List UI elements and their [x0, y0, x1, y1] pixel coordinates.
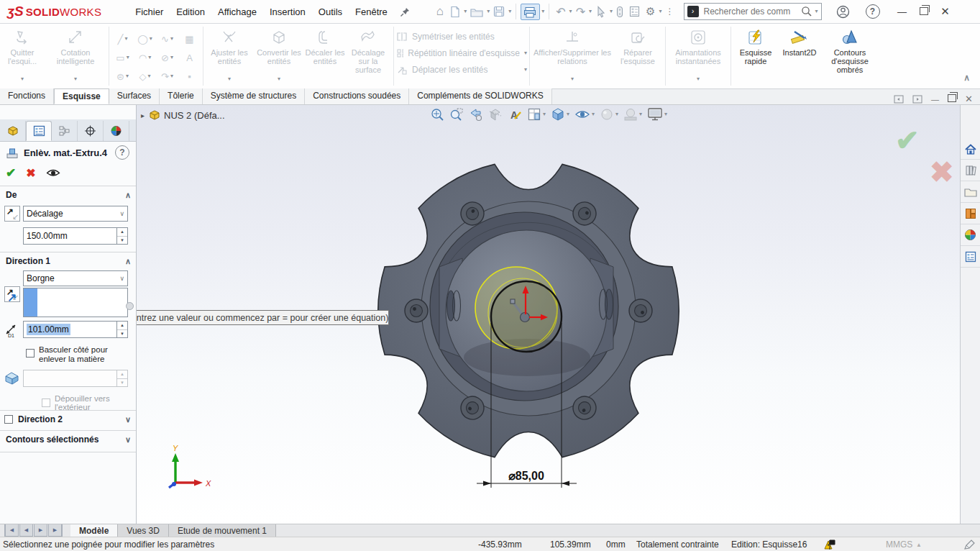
units-caret-icon[interactable]: ▲ [916, 542, 922, 548]
configurationmanager-tab[interactable] [52, 121, 78, 141]
depth-spinner[interactable]: 101.00mm ▲▼ [23, 321, 128, 338]
linear-pattern-item[interactable]: Répétition linéaire d'esquisse ▾ [396, 47, 527, 60]
tab-constructions-soudees[interactable]: Constructions soudées [305, 88, 409, 104]
redo-icon[interactable]: ↷ [574, 4, 587, 20]
new-document-caret-icon[interactable]: ▾ [464, 9, 467, 14]
quit-sketch-caret-icon[interactable]: ▾ [21, 76, 24, 82]
search-icon[interactable] [801, 6, 812, 17]
pm-cancel-icon[interactable]: ✖ [26, 166, 35, 180]
hide-show-annotations-icon[interactable]: A [508, 107, 522, 122]
snaps-caret-icon[interactable]: ▾ [697, 76, 700, 82]
displaymanager-tab[interactable] [104, 121, 129, 141]
save-caret-icon[interactable]: ▾ [508, 9, 511, 14]
custom-properties-icon[interactable] [961, 246, 980, 268]
home-icon[interactable]: ⌂ [434, 3, 446, 20]
slot-tool-icon[interactable]: ⊜▾ [111, 67, 134, 86]
menu-fenetre[interactable]: Fenêtre [349, 6, 394, 17]
direction1-collapse-icon[interactable]: ∧ [125, 257, 131, 266]
dimxpertmanager-tab[interactable] [78, 121, 104, 141]
polygon-tool-icon[interactable]: ◇▾ [134, 67, 156, 86]
window-close-icon[interactable]: ✕ [935, 5, 956, 18]
views-3d-tab[interactable]: Vues 3D [118, 524, 169, 537]
tab-tolerie[interactable]: Tôlerie [160, 88, 203, 104]
tab-systeme-structures[interactable]: Système de structures [203, 88, 305, 104]
end-condition-dropdown[interactable]: Borgne ∨ [23, 270, 128, 286]
from-offset-spinner[interactable]: 150.00mm ▲▼ [23, 227, 128, 245]
tab-prev-icon[interactable]: ◀ [19, 524, 33, 537]
options-gear-icon[interactable]: ⚙ [644, 4, 657, 19]
command-search[interactable]: › ▾ [684, 3, 822, 20]
window-minimize-icon[interactable]: — [892, 6, 913, 17]
shaded-sketch-contours-button[interactable]: Contours d'esquisse ombrés [821, 24, 879, 85]
pm-ok-icon[interactable]: ✔ [6, 165, 16, 181]
view-orientation-icon[interactable]: ▾ [527, 107, 546, 122]
properties-pane-icon[interactable] [627, 4, 642, 19]
file-explorer-icon[interactable] [961, 181, 980, 203]
magnet-toggle-icon[interactable] [614, 4, 626, 19]
text-tool-icon[interactable]: A [178, 48, 201, 67]
select-cursor-icon[interactable] [593, 4, 608, 19]
account-icon[interactable] [836, 5, 850, 19]
help-icon[interactable]: ? [866, 4, 880, 19]
linear-pattern-caret-icon[interactable]: ▾ [524, 50, 527, 56]
confirmation-ok-icon[interactable]: ✔ [895, 124, 920, 157]
flyout-feature-tree[interactable]: ▸ NUS 2 (Défa... [141, 109, 225, 121]
selected-contours-expand-icon[interactable]: ∨ [125, 435, 131, 445]
smart-dimension-button[interactable]: Cotation intelligente ▾ [45, 24, 106, 85]
open-icon[interactable] [468, 5, 485, 19]
doc-minimize-icon[interactable]: — [931, 95, 939, 104]
previous-view-icon[interactable] [469, 107, 483, 122]
pm-help-icon[interactable]: ? [115, 145, 129, 160]
menu-affichage[interactable]: Affichage [211, 6, 263, 17]
pane-split-right-icon[interactable] [912, 95, 922, 104]
display-style-icon[interactable]: ▾ [551, 107, 569, 122]
arc-tool-icon[interactable]: ◠▾ [134, 48, 156, 67]
save-icon[interactable] [491, 4, 507, 19]
quit-sketch-button[interactable]: Quitter l'esqui... ▾ [0, 24, 45, 85]
doc-close-icon[interactable]: ✕ [965, 94, 973, 104]
view-palette-icon[interactable] [961, 203, 980, 224]
circle-tool-icon[interactable]: ◯▾ [134, 29, 156, 48]
edit-appearance-icon[interactable]: ▾ [600, 107, 618, 122]
spline-tool-icon[interactable]: ∿▾ [156, 29, 178, 48]
display-relations-button[interactable]: Afficher/Supprimer les relations ▾ [532, 24, 613, 85]
rectangle-tool-icon[interactable]: ▭▾ [111, 48, 134, 67]
direction1-section-header[interactable]: Direction 1 ∧ [6, 256, 131, 266]
confirmation-cancel-icon[interactable]: ✖ [930, 155, 954, 188]
direction2-expand-icon[interactable]: ∨ [125, 415, 131, 424]
repair-sketch-button[interactable]: Réparer l'esquisse [613, 24, 663, 85]
window-restore-icon[interactable] [913, 6, 935, 17]
fillet-tool-icon[interactable]: ↷▾ [156, 67, 178, 86]
doc-restore-icon[interactable] [948, 94, 956, 104]
surface-region-tool-icon[interactable]: ▦ [178, 29, 201, 48]
flip-side-checkbox[interactable] [26, 349, 35, 358]
menu-insertion[interactable]: Insertion [263, 6, 312, 17]
pin-menu-icon[interactable] [400, 6, 410, 17]
from-offset-spin-down-icon[interactable]: ▼ [117, 237, 127, 245]
move-entities-item[interactable]: Déplacer les entités ▾ [396, 63, 527, 76]
pm-preview-eye-icon[interactable] [46, 168, 60, 178]
rapid-sketch-button[interactable]: Esquisse rapide [733, 24, 778, 85]
trim-caret-icon[interactable]: ▾ [228, 76, 231, 82]
search-input[interactable] [702, 6, 801, 17]
apply-scene-icon[interactable]: ▾ [623, 107, 642, 122]
selected-contours-header[interactable]: Contours sélectionnés ∨ [6, 434, 131, 445]
print-caret-icon[interactable]: ▾ [541, 9, 544, 14]
units-selector[interactable]: MMGS [886, 539, 912, 550]
trim-entities-button[interactable]: Ajuster les entités ▾ [206, 24, 253, 85]
menu-outils[interactable]: Outils [312, 6, 349, 17]
tab-last-icon[interactable]: ▶ [48, 524, 63, 537]
direction2-section-header[interactable]: Direction 2 ∨ [4, 414, 131, 424]
model-3d-view[interactable]: ⌀85,00 [370, 162, 687, 507]
undo-icon[interactable]: ↶ [554, 4, 567, 20]
open-caret-icon[interactable]: ▾ [487, 9, 490, 14]
appearances-icon[interactable] [961, 224, 980, 246]
mirror-entities-item[interactable]: Symétriser les entités [396, 30, 527, 43]
from-section-header[interactable]: De ∧ [6, 190, 131, 200]
tab-next-icon[interactable]: ▶ [34, 524, 47, 537]
tab-surfaces[interactable]: Surfaces [109, 88, 160, 104]
select-caret-icon[interactable]: ▾ [610, 9, 613, 14]
design-library-icon[interactable] [961, 160, 980, 181]
zoom-to-fit-icon[interactable] [430, 107, 444, 122]
rebuild-flag-icon[interactable] [823, 539, 836, 550]
